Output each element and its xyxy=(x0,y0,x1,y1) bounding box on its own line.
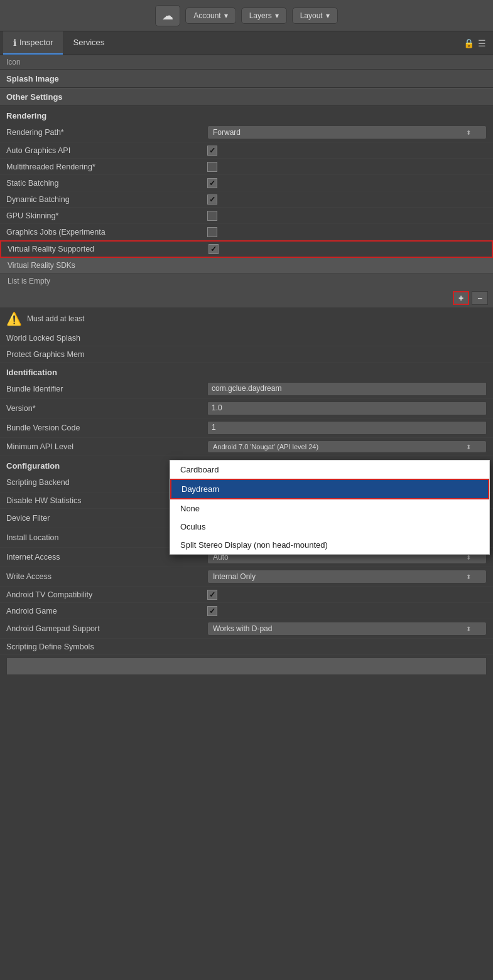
write-access-arrow-icon: ⬍ xyxy=(466,573,471,580)
min-api-label: Minimum API Level xyxy=(6,442,207,451)
gpu-skinning-checkbox[interactable] xyxy=(207,211,217,221)
bundle-id-label: Bundle Identifier xyxy=(6,385,207,393)
rendering-path-dropdown[interactable]: Forward ⬍ xyxy=(207,125,487,139)
world-locked-row: World Locked Splash xyxy=(0,330,493,346)
min-api-dropdown[interactable]: Android 7.0 'Nougat' (API level 24) ⬍ xyxy=(207,440,487,453)
tab-icons: 🔒 ☰ xyxy=(463,31,490,55)
layout-label: Layout xyxy=(300,11,323,20)
cloud-icon: ☁ xyxy=(162,9,173,23)
splash-image-header: Splash Image xyxy=(0,70,493,88)
popup-item-cardboard[interactable]: Cardboard xyxy=(170,461,489,479)
graphics-jobs-row: Graphics Jobs (Experimenta xyxy=(0,224,493,240)
layout-arrow-icon: ▾ xyxy=(326,11,330,20)
tab-bar: ℹ Inspector Services 🔒 ☰ xyxy=(0,31,493,55)
gpu-skinning-value xyxy=(207,211,487,221)
gpu-skinning-label: GPU Skinning* xyxy=(6,211,207,220)
android-tv-label: Android TV Compatibility xyxy=(6,590,207,599)
vr-remove-button[interactable]: − xyxy=(472,291,488,305)
minus-icon: − xyxy=(477,293,482,303)
auto-graphics-label: Auto Graphics API xyxy=(6,146,207,155)
popup-item-split-stereo[interactable]: Split Stereo Display (non head-mounted) xyxy=(170,536,489,554)
dynamic-batching-value xyxy=(207,194,487,205)
tab-services[interactable]: Services xyxy=(63,31,114,55)
bundle-id-input[interactable]: com.gclue.daydream xyxy=(207,382,487,396)
multithreaded-row: Multithreaded Rendering* xyxy=(0,159,493,175)
bundle-version-code-input[interactable]: 1 xyxy=(207,421,487,435)
auto-graphics-checkbox[interactable] xyxy=(207,146,217,156)
vr-list-empty: List is Empty xyxy=(0,274,493,289)
static-batching-value xyxy=(207,178,487,188)
account-arrow-icon: ▾ xyxy=(224,11,228,20)
graphics-jobs-value xyxy=(207,227,487,237)
lock-button[interactable]: 🔒 xyxy=(463,38,474,48)
static-batching-checkbox[interactable] xyxy=(207,178,217,188)
android-game-checkbox[interactable] xyxy=(207,606,217,616)
vr-supported-row: Virtual Reality Supported xyxy=(0,240,493,258)
version-input[interactable]: 1.0 xyxy=(207,402,487,415)
min-api-row: Minimum API Level Android 7.0 'Nougat' (… xyxy=(0,438,493,456)
rendering-path-value: Forward ⬍ xyxy=(207,125,487,139)
version-row: Version* 1.0 xyxy=(0,399,493,418)
rendering-path-row: Rendering Path* Forward ⬍ xyxy=(0,123,493,142)
bundle-id-value: com.gclue.daydream xyxy=(207,382,487,396)
write-access-dropdown[interactable]: Internal Only ⬍ xyxy=(207,570,487,583)
popup-item-none[interactable]: None xyxy=(170,499,489,518)
android-game-value xyxy=(207,606,487,616)
multithreaded-checkbox[interactable] xyxy=(207,162,217,172)
popup-item-daydream[interactable]: Daydream xyxy=(170,479,489,499)
protect-graphics-label: Protect Graphics Mem xyxy=(6,350,207,359)
android-tv-checkbox[interactable] xyxy=(207,590,217,600)
cloud-button[interactable]: ☁ xyxy=(155,5,180,26)
version-value: 1.0 xyxy=(207,402,487,415)
rendering-path-arrow-icon: ⬍ xyxy=(466,129,471,136)
layout-button[interactable]: Layout ▾ xyxy=(292,8,338,24)
menu-button[interactable]: ☰ xyxy=(478,38,486,48)
bundle-id-row: Bundle Identifier com.gclue.daydream xyxy=(0,380,493,399)
vr-sdk-dropdown-popup: Cardboard Daydream None Oculus Split Ste… xyxy=(170,460,490,555)
menu-icon: ☰ xyxy=(478,38,486,48)
layers-button[interactable]: Layers ▾ xyxy=(241,8,287,24)
min-api-value: Android 7.0 'Nougat' (API level 24) ⬍ xyxy=(207,440,487,453)
dynamic-batching-checkbox[interactable] xyxy=(207,194,217,205)
icon-row: Icon xyxy=(0,55,493,70)
android-game-label: Android Game xyxy=(6,607,207,615)
android-tv-value xyxy=(207,590,487,600)
layers-label: Layers xyxy=(249,11,272,20)
popup-item-oculus[interactable]: Oculus xyxy=(170,518,489,536)
internet-access-arrow-icon: ⬍ xyxy=(466,554,471,561)
scripting-define-row: Scripting Define Symbols xyxy=(0,639,493,655)
version-label: Version* xyxy=(6,404,207,413)
auto-graphics-value xyxy=(207,146,487,156)
auto-graphics-row: Auto Graphics API xyxy=(0,142,493,159)
bundle-version-code-value: 1 xyxy=(207,421,487,435)
identification-subheader: Identification xyxy=(0,363,493,380)
info-icon: ℹ xyxy=(13,38,16,48)
tab-inspector[interactable]: ℹ Inspector xyxy=(3,31,63,55)
vr-supported-checkbox[interactable] xyxy=(209,244,219,254)
gpu-skinning-row: GPU Skinning* xyxy=(0,208,493,224)
vr-sdks-header: Virtual Reality SDKs xyxy=(0,258,493,274)
top-bar: ☁ Account ▾ Layers ▾ Layout ▾ xyxy=(0,0,493,31)
plus-icon: + xyxy=(458,293,463,303)
vr-add-button[interactable]: + xyxy=(453,291,469,305)
lock-icon: 🔒 xyxy=(463,38,474,48)
scripting-define-label: Scripting Define Symbols xyxy=(6,642,207,651)
account-button[interactable]: Account ▾ xyxy=(185,8,236,24)
graphics-jobs-checkbox[interactable] xyxy=(207,227,217,237)
rendering-path-label: Rendering Path* xyxy=(6,128,207,137)
world-locked-label: World Locked Splash xyxy=(6,334,207,343)
protect-graphics-row: Protect Graphics Mem xyxy=(0,346,493,363)
write-access-value: Internal Only ⬍ xyxy=(207,570,487,583)
multithreaded-value xyxy=(207,162,487,172)
android-gamepad-label: Android Gamepad Support xyxy=(6,624,207,633)
services-tab-label: Services xyxy=(73,38,104,47)
vr-sdks-section: Virtual Reality SDKs List is Empty + − xyxy=(0,258,493,307)
other-settings-header: Other Settings xyxy=(0,88,493,106)
scripting-define-input[interactable] xyxy=(6,658,487,675)
android-gamepad-dropdown[interactable]: Works with D-pad ⬍ xyxy=(207,622,487,636)
write-access-label: Write Access xyxy=(6,572,207,581)
android-tv-row: Android TV Compatibility xyxy=(0,587,493,603)
dynamic-batching-label: Dynamic Batching xyxy=(6,195,207,204)
static-batching-row: Static Batching xyxy=(0,175,493,191)
android-gamepad-value: Works with D-pad ⬍ xyxy=(207,622,487,636)
